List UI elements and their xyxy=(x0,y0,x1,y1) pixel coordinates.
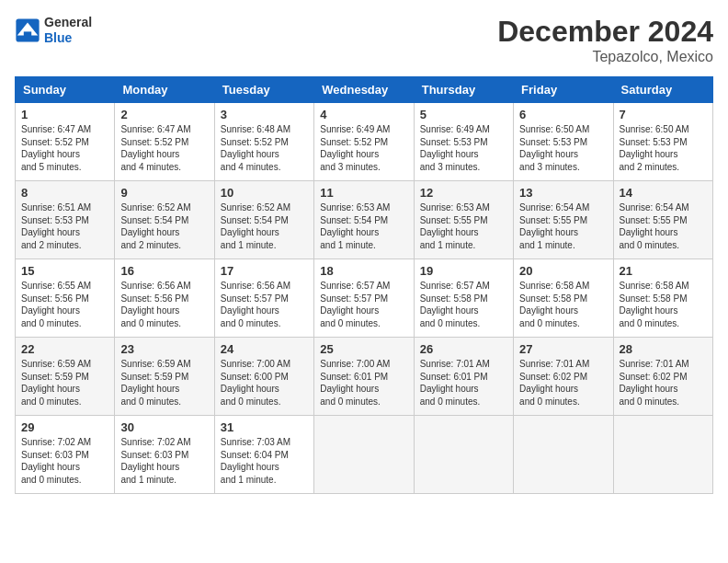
weekday-header-tuesday: Tuesday xyxy=(214,77,313,103)
day-number: 4 xyxy=(320,108,407,121)
day-number: 25 xyxy=(320,342,407,356)
day-number: 24 xyxy=(221,342,308,356)
day-number: 27 xyxy=(519,342,607,356)
day-number: 30 xyxy=(120,420,208,434)
calendar-cell xyxy=(613,416,712,494)
calendar-cell: 28 Sunrise: 7:01 AM Sunset: 6:02 PM Dayl… xyxy=(613,338,712,416)
day-info: Sunrise: 7:01 AM Sunset: 6:02 PM Dayligh… xyxy=(519,358,607,408)
calendar-cell: 15 Sunrise: 6:55 AM Sunset: 5:56 PM Dayl… xyxy=(16,259,115,338)
day-info: Sunrise: 6:54 AM Sunset: 5:55 PM Dayligh… xyxy=(519,201,607,251)
day-number: 26 xyxy=(420,342,507,356)
day-number: 10 xyxy=(221,186,308,200)
day-info: Sunrise: 7:02 AM Sunset: 6:03 PM Dayligh… xyxy=(21,436,108,486)
weekday-header-thursday: Thursday xyxy=(414,77,513,103)
day-number: 19 xyxy=(420,264,507,278)
logo-icon xyxy=(15,17,40,43)
day-info: Sunrise: 6:50 AM Sunset: 5:53 PM Dayligh… xyxy=(519,123,607,173)
calendar-cell: 31 Sunrise: 7:03 AM Sunset: 6:04 PM Dayl… xyxy=(214,416,313,494)
calendar-cell: 3 Sunrise: 6:48 AM Sunset: 5:52 PM Dayli… xyxy=(214,103,313,181)
calendar-cell: 23 Sunrise: 6:59 AM Sunset: 5:59 PM Dayl… xyxy=(115,338,214,416)
calendar-cell: 19 Sunrise: 6:57 AM Sunset: 5:58 PM Dayl… xyxy=(414,259,513,338)
logo: General Blue xyxy=(15,15,92,46)
weekday-header-friday: Friday xyxy=(514,77,613,103)
day-info: Sunrise: 6:59 AM Sunset: 5:59 PM Dayligh… xyxy=(21,358,108,408)
weekday-header-sunday: Sunday xyxy=(16,77,115,103)
svg-rect-2 xyxy=(24,31,31,37)
day-info: Sunrise: 6:52 AM Sunset: 5:54 PM Dayligh… xyxy=(120,201,208,251)
day-number: 6 xyxy=(519,108,607,121)
calendar-cell: 27 Sunrise: 7:01 AM Sunset: 6:02 PM Dayl… xyxy=(514,338,613,416)
calendar-cell: 10 Sunrise: 6:52 AM Sunset: 5:54 PM Dayl… xyxy=(214,181,313,259)
day-number: 21 xyxy=(620,264,707,278)
day-info: Sunrise: 7:02 AM Sunset: 6:03 PM Dayligh… xyxy=(120,436,208,486)
calendar-cell: 1 Sunrise: 6:47 AM Sunset: 5:52 PM Dayli… xyxy=(16,103,115,181)
calendar-week-3: 15 Sunrise: 6:55 AM Sunset: 5:56 PM Dayl… xyxy=(16,259,713,338)
calendar-cell: 14 Sunrise: 6:54 AM Sunset: 5:55 PM Dayl… xyxy=(613,181,712,259)
calendar-week-1: 1 Sunrise: 6:47 AM Sunset: 5:52 PM Dayli… xyxy=(16,103,713,181)
calendar-cell: 17 Sunrise: 6:56 AM Sunset: 5:57 PM Dayl… xyxy=(214,259,313,338)
calendar-cell: 22 Sunrise: 6:59 AM Sunset: 5:59 PM Dayl… xyxy=(16,338,115,416)
day-info: Sunrise: 7:01 AM Sunset: 6:01 PM Dayligh… xyxy=(420,358,507,408)
calendar-cell: 13 Sunrise: 6:54 AM Sunset: 5:55 PM Dayl… xyxy=(514,181,613,259)
day-info: Sunrise: 6:52 AM Sunset: 5:54 PM Dayligh… xyxy=(221,201,308,251)
calendar-cell: 9 Sunrise: 6:52 AM Sunset: 5:54 PM Dayli… xyxy=(115,181,214,259)
day-number: 29 xyxy=(21,420,108,434)
calendar-cell: 12 Sunrise: 6:53 AM Sunset: 5:55 PM Dayl… xyxy=(414,181,513,259)
day-number: 13 xyxy=(519,186,607,200)
day-info: Sunrise: 6:49 AM Sunset: 5:53 PM Dayligh… xyxy=(420,123,507,173)
calendar-cell xyxy=(414,416,513,494)
calendar-cell: 16 Sunrise: 6:56 AM Sunset: 5:56 PM Dayl… xyxy=(115,259,214,338)
logo-text: General Blue xyxy=(44,15,92,46)
day-number: 20 xyxy=(519,264,607,278)
day-number: 17 xyxy=(221,264,308,278)
title-block: December 2024 Tepazolco, Mexico xyxy=(497,15,713,65)
calendar-cell: 30 Sunrise: 7:02 AM Sunset: 6:03 PM Dayl… xyxy=(115,416,214,494)
day-number: 5 xyxy=(420,108,507,121)
day-info: Sunrise: 7:00 AM Sunset: 6:01 PM Dayligh… xyxy=(320,358,407,408)
day-number: 22 xyxy=(21,342,108,356)
calendar-week-4: 22 Sunrise: 6:59 AM Sunset: 5:59 PM Dayl… xyxy=(16,338,713,416)
day-info: Sunrise: 6:49 AM Sunset: 5:52 PM Dayligh… xyxy=(320,123,407,173)
day-number: 7 xyxy=(620,108,707,121)
calendar-cell xyxy=(514,416,613,494)
day-info: Sunrise: 6:51 AM Sunset: 5:53 PM Dayligh… xyxy=(21,201,108,251)
calendar-cell: 7 Sunrise: 6:50 AM Sunset: 5:53 PM Dayli… xyxy=(613,103,712,181)
day-number: 1 xyxy=(21,108,108,121)
logo-general: General xyxy=(44,15,92,30)
day-info: Sunrise: 6:53 AM Sunset: 5:54 PM Dayligh… xyxy=(320,201,407,251)
day-info: Sunrise: 6:47 AM Sunset: 5:52 PM Dayligh… xyxy=(120,123,208,173)
calendar-cell: 20 Sunrise: 6:58 AM Sunset: 5:58 PM Dayl… xyxy=(514,259,613,338)
day-number: 23 xyxy=(120,342,208,356)
day-number: 15 xyxy=(21,264,108,278)
day-info: Sunrise: 6:48 AM Sunset: 5:52 PM Dayligh… xyxy=(221,123,308,173)
calendar-cell: 8 Sunrise: 6:51 AM Sunset: 5:53 PM Dayli… xyxy=(16,181,115,259)
calendar-cell: 5 Sunrise: 6:49 AM Sunset: 5:53 PM Dayli… xyxy=(414,103,513,181)
day-number: 9 xyxy=(120,186,208,200)
calendar-body: 1 Sunrise: 6:47 AM Sunset: 5:52 PM Dayli… xyxy=(16,103,713,494)
calendar-cell: 24 Sunrise: 7:00 AM Sunset: 6:00 PM Dayl… xyxy=(214,338,313,416)
day-info: Sunrise: 7:01 AM Sunset: 6:02 PM Dayligh… xyxy=(620,358,707,408)
day-info: Sunrise: 7:00 AM Sunset: 6:00 PM Dayligh… xyxy=(221,358,308,408)
day-number: 14 xyxy=(620,186,707,200)
day-number: 3 xyxy=(221,108,308,121)
calendar-week-5: 29 Sunrise: 7:02 AM Sunset: 6:03 PM Dayl… xyxy=(16,416,713,494)
day-number: 8 xyxy=(21,186,108,200)
day-number: 12 xyxy=(420,186,507,200)
day-number: 18 xyxy=(320,264,407,278)
day-info: Sunrise: 6:59 AM Sunset: 5:59 PM Dayligh… xyxy=(120,358,208,408)
calendar-cell: 29 Sunrise: 7:02 AM Sunset: 6:03 PM Dayl… xyxy=(16,416,115,494)
day-info: Sunrise: 7:03 AM Sunset: 6:04 PM Dayligh… xyxy=(221,436,308,486)
calendar-cell: 4 Sunrise: 6:49 AM Sunset: 5:52 PM Dayli… xyxy=(314,103,414,181)
calendar-cell xyxy=(314,416,414,494)
day-info: Sunrise: 6:53 AM Sunset: 5:55 PM Dayligh… xyxy=(420,201,507,251)
calendar-cell: 25 Sunrise: 7:00 AM Sunset: 6:01 PM Dayl… xyxy=(314,338,414,416)
day-number: 11 xyxy=(320,186,407,200)
calendar-cell: 21 Sunrise: 6:58 AM Sunset: 5:58 PM Dayl… xyxy=(613,259,712,338)
day-info: Sunrise: 6:56 AM Sunset: 5:57 PM Dayligh… xyxy=(221,280,308,329)
weekday-header-row: SundayMondayTuesdayWednesdayThursdayFrid… xyxy=(16,77,713,103)
day-info: Sunrise: 6:56 AM Sunset: 5:56 PM Dayligh… xyxy=(120,280,208,329)
calendar-cell: 26 Sunrise: 7:01 AM Sunset: 6:01 PM Dayl… xyxy=(414,338,513,416)
calendar-cell: 6 Sunrise: 6:50 AM Sunset: 5:53 PM Dayli… xyxy=(514,103,613,181)
location-title: Tepazolco, Mexico xyxy=(497,49,713,65)
calendar-cell: 18 Sunrise: 6:57 AM Sunset: 5:57 PM Dayl… xyxy=(314,259,414,338)
